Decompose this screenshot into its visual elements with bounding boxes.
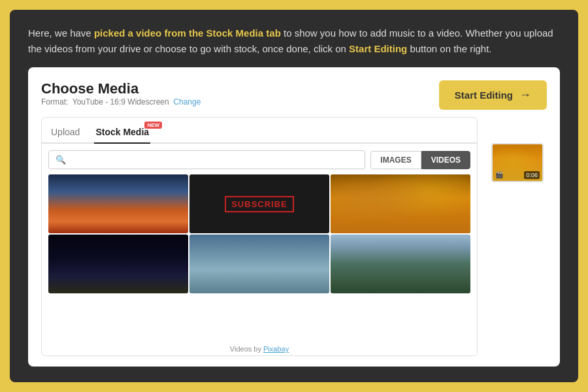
- subscribe-text: SUBSCRIBE: [225, 196, 294, 212]
- right-panel: 🎬 0:06: [488, 117, 547, 356]
- outer-container: Here, we have picked a video from the St…: [10, 10, 578, 382]
- filter-buttons: IMAGES VIDEOS: [370, 151, 470, 169]
- search-input[interactable]: [70, 155, 358, 165]
- search-icon: 🔍: [56, 155, 66, 165]
- desc-highlight1: picked a video from the Stock Media tab: [94, 27, 281, 39]
- search-box: 🔍: [48, 150, 365, 169]
- format-text: Format: YouTube - 16:9 Widescreen Change: [41, 97, 201, 106]
- tab-stock-media[interactable]: Stock Media NEW: [94, 123, 150, 144]
- images-filter-button[interactable]: IMAGES: [370, 151, 421, 169]
- description-text: Here, we have picked a video from the St…: [28, 25, 560, 57]
- start-editing-label: Start Editing: [455, 90, 513, 101]
- desc-highlight2: Start Editing: [349, 43, 407, 54]
- video-camera-icon: 🎬: [495, 171, 503, 178]
- video-thumb-misty[interactable]: [189, 235, 329, 293]
- video-grid: SUBSCRIBE: [42, 174, 477, 345]
- card-content: Upload Stock Media NEW 🔍 IMAGES VIDEOS: [41, 117, 547, 356]
- video-thumb-starry[interactable]: [48, 235, 188, 293]
- video-duration: 0:06: [524, 171, 540, 179]
- card-title: Choose Media: [41, 80, 201, 97]
- desc-before: Here, we have: [28, 27, 94, 39]
- selected-video-thumbnail[interactable]: 🎬 0:06: [491, 143, 544, 182]
- search-row: 🔍 IMAGES VIDEOS: [42, 144, 477, 174]
- video-thumb-autumn[interactable]: [331, 174, 470, 233]
- video-thumb-aerial[interactable]: [331, 235, 470, 293]
- video-thumb-sunset[interactable]: [48, 174, 188, 233]
- tab-upload[interactable]: Upload: [50, 123, 81, 142]
- desc-after: button on the right.: [407, 43, 491, 54]
- video-thumb-subscribe[interactable]: SUBSCRIBE: [189, 174, 329, 233]
- start-editing-button[interactable]: Start Editing →: [439, 80, 547, 110]
- change-link[interactable]: Change: [173, 97, 201, 106]
- inner-card: Choose Media Format: YouTube - 16:9 Wide…: [28, 67, 560, 367]
- arrow-icon: →: [519, 88, 531, 102]
- videos-filter-button[interactable]: VIDEOS: [421, 151, 470, 169]
- format-value: YouTube - 16:9 Widescreen: [73, 97, 169, 106]
- pixabay-link[interactable]: Pixabay: [263, 345, 289, 353]
- new-badge: NEW: [144, 122, 162, 129]
- videos-credit: Videos by Pixabay: [42, 345, 477, 355]
- title-format-group: Choose Media Format: YouTube - 16:9 Wide…: [41, 80, 201, 114]
- media-panel: Upload Stock Media NEW 🔍 IMAGES VIDEOS: [41, 117, 478, 356]
- tabs-row: Upload Stock Media NEW: [42, 118, 477, 144]
- card-header: Choose Media Format: YouTube - 16:9 Wide…: [41, 80, 547, 114]
